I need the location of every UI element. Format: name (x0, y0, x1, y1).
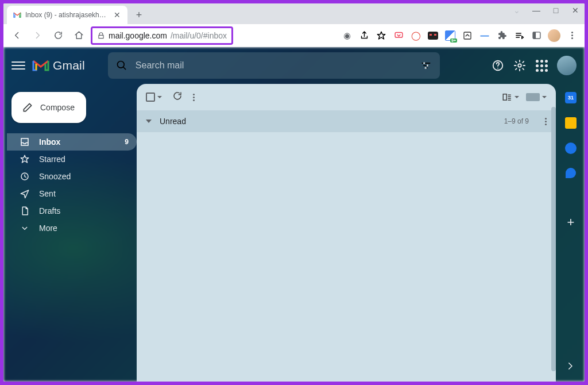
gmail-logo[interactable]: Gmail (32, 59, 85, 72)
pencil-icon (22, 102, 33, 113)
checkbox-icon (146, 93, 155, 102)
extensions-puzzle-icon[interactable] (496, 30, 508, 41)
svg-point-6 (427, 64, 428, 66)
sidebar-nav: Inbox 9 Starred Snoozed (7, 133, 137, 237)
more-actions-icon[interactable] (193, 94, 195, 101)
sent-icon (20, 188, 30, 199)
underscore-extension-icon[interactable]: — (479, 30, 490, 42)
home-button[interactable] (70, 27, 87, 44)
split-icon (502, 92, 512, 102)
section-menu-icon[interactable] (545, 118, 547, 125)
tab-close-icon[interactable]: ✕ (113, 9, 122, 21)
ninja-extension-icon[interactable] (427, 30, 439, 41)
new-tab-button[interactable]: + (131, 7, 147, 23)
back-button[interactable] (8, 27, 25, 44)
main-menu-icon[interactable] (11, 59, 25, 72)
google-apps-icon[interactable] (535, 59, 548, 72)
help-icon[interactable] (492, 59, 504, 72)
caret-down-icon (542, 96, 547, 98)
sidebar-label: More (39, 224, 57, 233)
svg-rect-11 (503, 94, 506, 101)
window-dropdown-icon[interactable]: ⌄ (511, 6, 523, 15)
input-tools-toggle[interactable] (526, 93, 547, 101)
translate-extension-icon[interactable]: 9+ (444, 30, 456, 41)
caret-down-icon (157, 96, 162, 98)
search-icon (116, 60, 127, 71)
split-pane-toggle[interactable] (502, 92, 519, 102)
settings-gear-icon[interactable] (513, 59, 526, 72)
chevron-down-icon (20, 223, 30, 233)
scrollbar[interactable] (551, 107, 556, 371)
sidebar-label: Inbox (39, 137, 60, 147)
contacts-app-icon[interactable] (566, 168, 576, 178)
eye-icon[interactable]: ◉ (341, 30, 353, 41)
unread-section[interactable]: Unread 1–9 of 9 (137, 110, 556, 132)
reload-button[interactable] (49, 27, 67, 44)
keep-app-icon[interactable] (565, 117, 577, 129)
sidepanel-icon[interactable] (531, 30, 542, 41)
mail-pane: Unread 1–9 of 9 (137, 84, 556, 382)
window-close-icon[interactable]: ✕ (570, 6, 581, 15)
calendar-app-icon[interactable] (565, 92, 577, 103)
gmail-logo-text: Gmail (53, 59, 85, 72)
forward-button[interactable] (29, 27, 46, 44)
add-addon-icon[interactable]: + (567, 215, 575, 230)
address-bar[interactable]: mail.google.com/mail/u/0/#inbox (91, 26, 233, 45)
send-extension-icon[interactable] (462, 30, 473, 41)
svg-point-5 (423, 62, 425, 64)
file-icon (20, 206, 30, 216)
sidebar-item-starred[interactable]: Starred (7, 151, 137, 168)
url-path: /mail/u/0/#inbox (171, 31, 227, 40)
header-right (492, 56, 577, 75)
extension-row: ◉ ◯ 9+ — (341, 29, 580, 42)
browser-window: Inbox (9) - atishrajasekharan@g ✕ + ⌄ — … (3, 3, 585, 382)
sidebar: Compose Inbox 9 Starred (3, 84, 137, 382)
pocket-extension-icon[interactable] (393, 30, 404, 41)
keyboard-icon (526, 93, 540, 101)
sidebar-item-inbox[interactable]: Inbox 9 (7, 133, 137, 151)
sidebar-item-snoozed[interactable]: Snoozed (7, 168, 137, 185)
compose-label: Compose (40, 103, 75, 112)
inbox-count: 9 (125, 138, 129, 146)
sidebar-label: Snoozed (39, 172, 71, 181)
select-all-checkbox[interactable] (146, 93, 162, 102)
account-avatar[interactable] (557, 56, 577, 75)
search-input[interactable] (136, 60, 412, 71)
gmail-logo-icon (32, 59, 49, 72)
gmail-body: Compose Inbox 9 Starred (3, 84, 585, 382)
window-maximize-icon[interactable]: □ (550, 6, 562, 15)
mail-toolbar (137, 84, 556, 110)
browser-toolbar: mail.google.com/mail/u/0/#inbox ◉ ◯ 9+ — (3, 24, 585, 47)
opera-extension-icon[interactable]: ◯ (410, 30, 421, 41)
hide-sidepanel-icon[interactable] (565, 361, 575, 374)
sidebar-item-more[interactable]: More (7, 220, 137, 237)
sidebar-item-sent[interactable]: Sent (7, 185, 137, 202)
svg-rect-1 (464, 32, 471, 39)
sidebar-item-drafts[interactable]: Drafts (7, 202, 137, 220)
window-minimize-icon[interactable]: — (531, 6, 542, 15)
collapse-icon (146, 120, 152, 123)
chrome-profile-avatar[interactable] (548, 29, 560, 42)
star-icon (20, 154, 30, 164)
bookmark-star-icon[interactable] (376, 30, 387, 41)
tab-title: Inbox (9) - atishrajasekharan@g (25, 11, 109, 19)
clock-icon (20, 171, 30, 182)
share-icon[interactable] (358, 30, 370, 41)
url-host: mail.google.com (109, 31, 167, 40)
window-controls: ⌄ — □ ✕ (511, 6, 581, 15)
compose-button[interactable]: Compose (11, 92, 86, 123)
playlist-extension-icon[interactable] (513, 30, 525, 41)
browser-tab[interactable]: Inbox (9) - atishrajasekharan@g ✕ (7, 6, 127, 24)
unread-range: 1–9 of 9 (504, 117, 529, 125)
sidebar-label: Starred (39, 155, 65, 164)
search-bar[interactable] (108, 52, 440, 79)
refresh-button[interactable] (172, 91, 183, 103)
sidebar-label: Drafts (39, 206, 60, 215)
svg-point-9 (518, 64, 521, 67)
side-panel: + (557, 84, 585, 382)
tasks-app-icon[interactable] (565, 143, 577, 154)
svg-point-7 (424, 67, 426, 69)
chrome-menu-icon[interactable] (566, 30, 578, 41)
search-options-icon[interactable] (420, 60, 432, 71)
svg-rect-3 (533, 32, 536, 38)
